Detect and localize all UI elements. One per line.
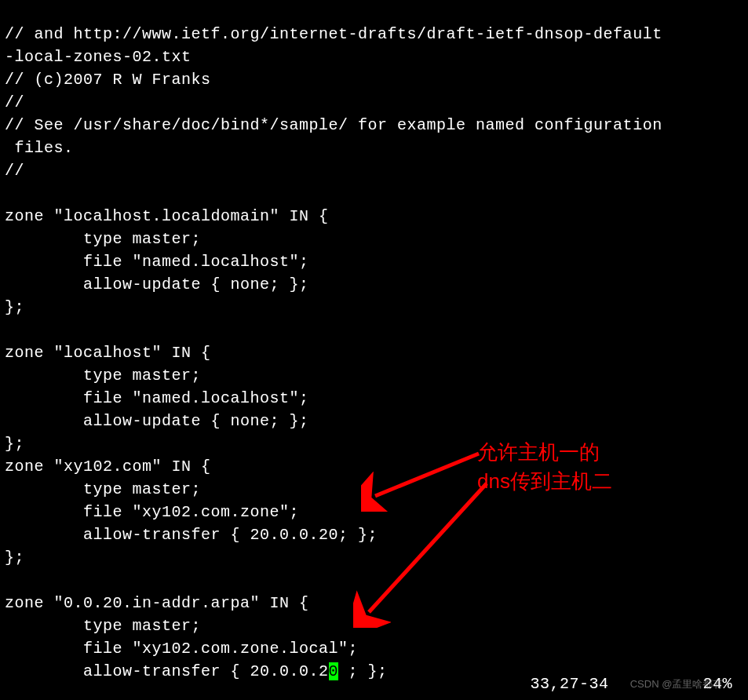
code-line: allow-transfer { 20.0.0.20; }; [5, 526, 378, 544]
code-line: type master; [5, 480, 201, 498]
code-line: }; [5, 549, 24, 567]
annotation-text: 允许主机一的 dns传到主机二 [477, 410, 612, 495]
code-line: zone "localhost" IN { [5, 344, 211, 362]
code-line: // and http://www.ietf.org/internet-draf… [5, 25, 662, 43]
code-line: }; [5, 435, 24, 453]
code-line: // [5, 93, 24, 111]
code-line: zone "0.0.20.in-addr.arpa" IN { [5, 594, 309, 612]
code-line: zone "localhost.localdomain" IN { [5, 207, 329, 225]
code-line: -local-zones-02.txt [5, 48, 192, 66]
code-line-prefix: allow-transfer { 20.0.0.2 [5, 662, 329, 680]
code-line: type master; [5, 230, 201, 248]
vim-cursor: 0 [329, 662, 339, 680]
code-line: }; [5, 298, 24, 316]
code-line: file "named.localhost"; [5, 253, 309, 271]
code-line: files. [5, 139, 74, 157]
code-line: file "named.localhost"; [5, 389, 309, 407]
code-line: type master; [5, 617, 201, 635]
code-line: // See /usr/share/doc/bind*/sample/ for … [5, 116, 662, 134]
annotation-line1: 允许主机一的 [477, 440, 600, 464]
code-line: // [5, 162, 24, 180]
code-line-suffix: ; }; [338, 662, 388, 680]
code-line: file "xy102.com.zone.local"; [5, 640, 358, 658]
annotation-line2: dns传到主机二 [477, 469, 612, 493]
code-line: allow-update { none; }; [5, 275, 309, 293]
code-line: allow-update { none; }; [5, 412, 309, 430]
vim-status-bar: 33,27-3424% [530, 673, 732, 695]
vim-scroll-percent: 24% [702, 675, 732, 693]
terminal-output[interactable]: // and http://www.ietf.org/internet-draf… [5, 0, 743, 683]
code-line: type master; [5, 366, 201, 385]
vim-cursor-position: 33,27-34 [530, 673, 608, 695]
code-line: // (c)2007 R W Franks [5, 71, 211, 89]
code-line: file "xy102.com.zone"; [5, 503, 299, 521]
code-line: zone "xy102.com" IN { [5, 458, 211, 476]
